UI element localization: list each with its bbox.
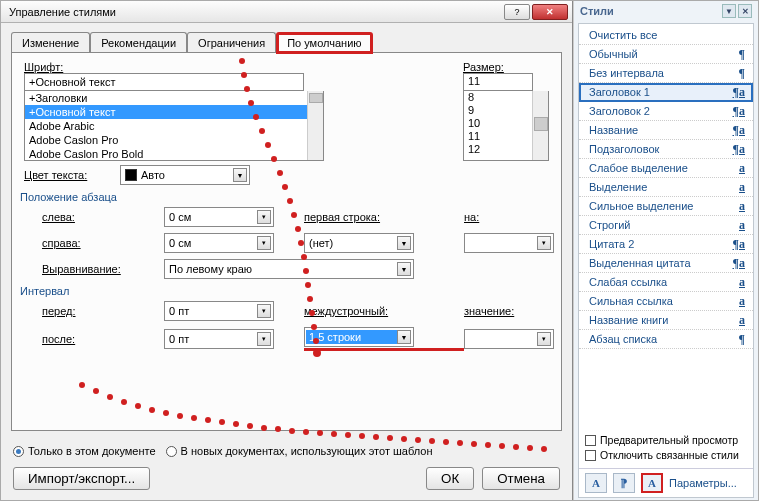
- svg-point-38: [303, 429, 309, 435]
- import-export-button[interactable]: Импорт/экспорт...: [13, 467, 150, 490]
- value-spinner[interactable]: ▾: [464, 329, 554, 349]
- chevron-down-icon: ▼: [397, 330, 411, 344]
- style-glyph-icon: ¶a: [733, 85, 745, 100]
- style-name: Обычный: [589, 48, 638, 60]
- right-spinner[interactable]: 0 см▾: [164, 233, 274, 253]
- style-item[interactable]: Строгийa: [579, 216, 753, 235]
- tab-defaults[interactable]: По умолчанию: [276, 32, 372, 54]
- tab-recommend[interactable]: Рекомендации: [90, 32, 187, 53]
- radio-new-docs[interactable]: В новых документах, использующих этот ша…: [166, 445, 433, 457]
- style-item[interactable]: Очистить все: [579, 26, 753, 45]
- chevron-down-icon: ▼: [233, 168, 247, 182]
- font-list[interactable]: +Заголовки +Основной текст Adobe Arabic …: [24, 91, 324, 161]
- style-item[interactable]: Абзац списка¶: [579, 330, 753, 349]
- spinner-icon: ▾: [537, 236, 551, 250]
- size-list[interactable]: 8 9 10 11 12: [463, 91, 549, 161]
- font-scrollbar[interactable]: [307, 91, 323, 160]
- spinner-icon: ▾: [257, 236, 271, 250]
- disable-linked-checkbox[interactable]: Отключить связанные стили: [585, 449, 747, 461]
- styles-panel: Стили ▼ ✕ Очистить всеОбычный¶Без интерв…: [573, 1, 758, 500]
- style-glyph-icon: a: [739, 161, 745, 176]
- svg-point-33: [233, 421, 239, 427]
- style-item[interactable]: Обычный¶: [579, 45, 753, 64]
- font-item[interactable]: Adobe Caslon Pro Bold: [25, 147, 323, 161]
- style-glyph-icon: a: [739, 294, 745, 309]
- style-item[interactable]: Подзаголовок¶a: [579, 140, 753, 159]
- font-label: Шрифт:: [24, 61, 63, 73]
- style-item[interactable]: Без интервала¶: [579, 64, 753, 83]
- style-item[interactable]: Слабая ссылкаa: [579, 273, 753, 292]
- style-name: Название: [589, 124, 638, 136]
- align-dropdown[interactable]: По левому краю▼: [164, 259, 414, 279]
- style-glyph-icon: ¶a: [733, 237, 745, 252]
- size-scrollbar[interactable]: [532, 91, 548, 160]
- close-button[interactable]: ✕: [532, 4, 568, 20]
- chevron-down-icon: ▼: [397, 262, 411, 276]
- on-spinner[interactable]: ▾: [464, 233, 554, 253]
- svg-point-32: [219, 419, 225, 425]
- panel-close-button[interactable]: ✕: [738, 4, 752, 18]
- paragraph-group: Положение абзаца: [20, 191, 549, 203]
- style-name: Сильное выделение: [589, 200, 693, 212]
- font-item[interactable]: Adobe Caslon Pro: [25, 133, 323, 147]
- style-glyph-icon: ¶a: [733, 104, 745, 119]
- before-label: перед:: [24, 305, 164, 317]
- new-style-icon: A: [592, 477, 600, 489]
- style-item[interactable]: Выделенная цитата¶a: [579, 254, 753, 273]
- font-item[interactable]: Adobe Arabic: [25, 119, 323, 133]
- style-inspector-button[interactable]: ⁋: [613, 473, 635, 493]
- style-item[interactable]: Сильная ссылкаa: [579, 292, 753, 311]
- svg-point-28: [163, 410, 169, 416]
- firstline-dropdown[interactable]: (нет)▼: [304, 233, 414, 253]
- svg-point-35: [261, 425, 267, 431]
- style-item[interactable]: Цитата 2¶a: [579, 235, 753, 254]
- style-item[interactable]: Сильное выделениеa: [579, 197, 753, 216]
- style-name: Очистить все: [589, 29, 657, 41]
- panel-title: Стили: [580, 5, 614, 17]
- style-item[interactable]: Название книгиa: [579, 311, 753, 330]
- value-label: значение:: [464, 305, 574, 317]
- style-glyph-icon: ¶: [739, 66, 745, 81]
- panel-menu-button[interactable]: ▼: [722, 4, 736, 18]
- left-label: слева:: [24, 211, 164, 223]
- font-item[interactable]: +Заголовки: [25, 91, 323, 105]
- styles-list[interactable]: Очистить всеОбычный¶Без интервала¶Заголо…: [579, 24, 753, 430]
- size-input[interactable]: 11: [463, 73, 533, 91]
- tab-change[interactable]: Изменение: [11, 32, 90, 53]
- style-name: Сильная ссылка: [589, 295, 673, 307]
- preview-checkbox[interactable]: Предварительный просмотр: [585, 434, 747, 446]
- style-name: Подзаголовок: [589, 143, 659, 155]
- font-item[interactable]: +Основной текст: [25, 105, 323, 119]
- titlebar: Управление стилями ? ✕: [1, 1, 572, 23]
- style-item[interactable]: Заголовок 2¶a: [579, 102, 753, 121]
- svg-point-37: [289, 428, 295, 434]
- style-item[interactable]: Слабое выделениеa: [579, 159, 753, 178]
- style-item[interactable]: Заголовок 1¶a: [579, 83, 753, 102]
- manage-icon: A: [648, 477, 656, 489]
- options-link[interactable]: Параметры...: [669, 477, 737, 489]
- radio-this-doc[interactable]: Только в этом документе: [13, 445, 156, 457]
- manage-styles-button[interactable]: A: [641, 473, 663, 493]
- tab-restrict[interactable]: Ограничения: [187, 32, 276, 53]
- new-style-button[interactable]: A: [585, 473, 607, 493]
- style-item[interactable]: Название¶a: [579, 121, 753, 140]
- linespacing-label: междустрочный:: [304, 305, 464, 317]
- before-spinner[interactable]: 0 пт▾: [164, 301, 274, 321]
- dialog-title: Управление стилями: [5, 6, 502, 18]
- spacing-group: Интервал: [20, 285, 549, 297]
- color-label: Цвет текста:: [24, 169, 120, 181]
- style-name: Название книги: [589, 314, 668, 326]
- style-glyph-icon: ¶: [739, 332, 745, 347]
- left-spinner[interactable]: 0 см▾: [164, 207, 274, 227]
- color-dropdown[interactable]: Авто ▼: [120, 165, 250, 185]
- ok-button[interactable]: ОК: [426, 467, 474, 490]
- style-item[interactable]: Выделениеa: [579, 178, 753, 197]
- cancel-button[interactable]: Отмена: [482, 467, 560, 490]
- linespacing-dropdown[interactable]: 1,5 строки▼: [304, 327, 414, 347]
- svg-point-24: [107, 394, 113, 400]
- style-name: Заголовок 1: [589, 86, 650, 98]
- after-spinner[interactable]: 0 пт▾: [164, 329, 274, 349]
- help-button[interactable]: ?: [504, 4, 530, 20]
- style-glyph-icon: a: [739, 199, 745, 214]
- font-input[interactable]: +Основной текст: [24, 73, 304, 91]
